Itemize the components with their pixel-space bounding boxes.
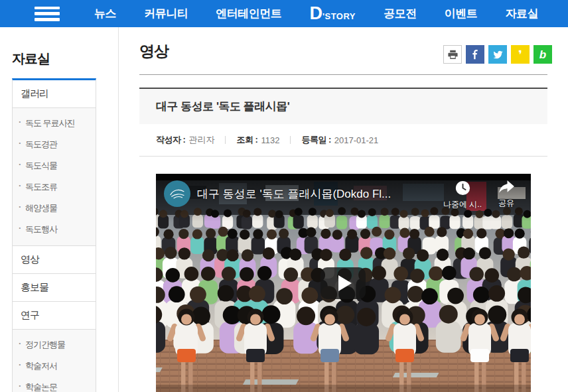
- print-button[interactable]: [443, 45, 462, 64]
- share-toolbar: ❜ b: [443, 45, 552, 64]
- author-value: 관리자: [188, 134, 214, 146]
- facebook-icon: [470, 49, 480, 60]
- share-arrow-icon: [498, 179, 516, 196]
- page: 뉴스 커뮤니티 엔터테인먼트 D 'STORY 공모전 이벤트 자료실 자료실 …: [0, 0, 568, 392]
- printer-icon: [447, 49, 459, 60]
- play-icon: [338, 275, 352, 291]
- nav-item-archive[interactable]: 자료실: [505, 6, 538, 21]
- sidebar-menu: 갤러리 독도 무료사진 독도경관 독도식물 독도조류 해양생물 독도행사 영상 …: [12, 78, 96, 392]
- sidebar-item-video[interactable]: 영상: [13, 246, 96, 274]
- sidebar-title: 자료실: [12, 50, 96, 68]
- facebook-share-button[interactable]: [466, 45, 484, 64]
- post-title: 대구 동성로 '독도 플래시몹': [156, 99, 289, 114]
- dstory-logo-story: 'STORY: [322, 11, 356, 21]
- content-divider: [139, 74, 547, 75]
- clock-icon: [454, 179, 472, 197]
- views-label: 조회 :: [236, 134, 257, 146]
- kakaostory-icon: ❜: [518, 49, 522, 60]
- sidebar-divider: [118, 27, 119, 392]
- nav-items: 뉴스 커뮤니티 엔터테인먼트 D 'STORY 공모전 이벤트 자료실: [94, 3, 538, 24]
- twitter-icon: [492, 49, 504, 60]
- nav-item-news[interactable]: 뉴스: [94, 6, 116, 21]
- channel-logo-icon: [167, 184, 187, 204]
- sidebar-item-dokdo-scenery[interactable]: 독도경관: [13, 134, 96, 155]
- sidebar: 자료실 갤러리 독도 무료사진 독도경관 독도식물 독도조류 해양생물 독도행사…: [12, 27, 96, 392]
- sidebar-item-marine-life[interactable]: 해양생물: [13, 198, 96, 219]
- post-meta: 작성자 : 관리자 조회 : 1132 등록일 : 2017-01-21: [139, 124, 547, 157]
- video-title[interactable]: 대구 동성로 '독도 플래시몹(Dokdo Fl...: [197, 186, 436, 202]
- sidebar-item-dokdo-photos[interactable]: 독도 무료사진: [13, 113, 96, 134]
- page-title: 영상: [139, 41, 169, 62]
- sidebar-item-academic-papers[interactable]: 학술논문: [13, 377, 96, 392]
- views-value: 1132: [261, 135, 279, 145]
- nav-item-entertainment[interactable]: 엔터테인먼트: [216, 6, 281, 21]
- dstory-logo-d: D: [309, 3, 322, 24]
- sidebar-item-dokdo-events[interactable]: 독도행사: [13, 219, 96, 240]
- channel-avatar[interactable]: [164, 180, 190, 207]
- sidebar-item-gallery[interactable]: 갤러리: [13, 80, 96, 108]
- band-icon: b: [539, 49, 546, 60]
- sidebar-item-periodicals[interactable]: 정기간행물: [13, 334, 96, 356]
- post-title-bar: 대구 동성로 '독도 플래시몹': [139, 88, 547, 124]
- nav-item-event[interactable]: 이벤트: [445, 6, 478, 21]
- video-player[interactable]: 대구 동성로 '독도 플래시몹(Dokdo Fl... 나중에 시.. 공유: [156, 174, 531, 392]
- date-value: 2017-01-21: [334, 135, 379, 145]
- nav-item-community[interactable]: 커뮤니티: [144, 6, 188, 21]
- meta-separator: [290, 136, 291, 144]
- kakaostory-share-button[interactable]: ❜: [511, 45, 530, 64]
- nav-item-dstory-logo[interactable]: D 'STORY: [309, 3, 356, 24]
- date-label: 등록일 :: [301, 134, 330, 146]
- nav-item-contest[interactable]: 공모전: [384, 6, 417, 21]
- sidebar-item-research[interactable]: 연구: [13, 302, 96, 330]
- sidebar-gallery-group: 독도 무료사진 독도경관 독도식물 독도조류 해양생물 독도행사: [13, 108, 96, 246]
- band-share-button[interactable]: b: [533, 45, 552, 64]
- play-button[interactable]: [320, 267, 366, 299]
- video-share-label: 공유: [498, 198, 514, 209]
- watch-later-label: 나중에 시..: [443, 199, 482, 210]
- sidebar-item-dokdo-birds[interactable]: 독도조류: [13, 176, 96, 198]
- sidebar-research-group: 정기간행물 학술저서 학술논문 법률자료: [13, 330, 96, 392]
- video-share-button[interactable]: 공유: [488, 179, 525, 209]
- author-label: 작성자 :: [156, 134, 185, 146]
- top-navigation: 뉴스 커뮤니티 엔터테인먼트 D 'STORY 공모전 이벤트 자료실: [0, 0, 568, 27]
- sidebar-item-academic-books[interactable]: 학술저서: [13, 356, 96, 377]
- sidebar-item-dokdo-plants[interactable]: 독도식물: [13, 155, 96, 176]
- watch-later-button[interactable]: 나중에 시..: [437, 179, 488, 210]
- sidebar-item-promotional[interactable]: 홍보물: [13, 274, 96, 302]
- meta-separator: [225, 136, 226, 144]
- hamburger-menu-icon[interactable]: [35, 7, 60, 21]
- twitter-share-button[interactable]: [488, 45, 507, 64]
